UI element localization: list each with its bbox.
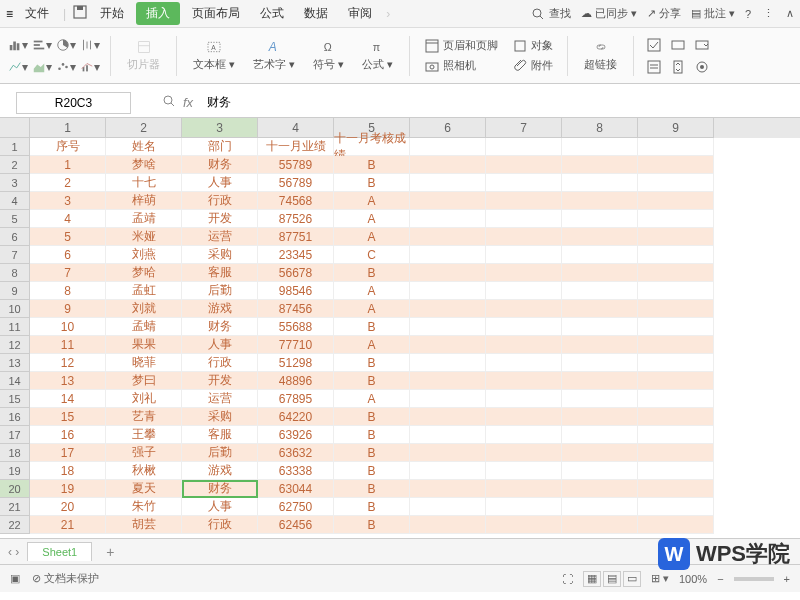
stock-chart-icon[interactable]: ▾ bbox=[80, 35, 100, 55]
cell[interactable]: 财务 bbox=[182, 480, 258, 498]
cell[interactable]: 游戏 bbox=[182, 300, 258, 318]
cell[interactable] bbox=[562, 282, 638, 300]
cell[interactable]: 十一月考核成绩 bbox=[334, 138, 410, 156]
cell[interactable] bbox=[410, 390, 486, 408]
cell[interactable]: 6 bbox=[30, 246, 106, 264]
tab-layout[interactable]: 页面布局 bbox=[184, 3, 248, 24]
cell[interactable]: 63632 bbox=[258, 444, 334, 462]
cell[interactable] bbox=[638, 444, 714, 462]
cell[interactable]: 63926 bbox=[258, 426, 334, 444]
cell[interactable]: 行政 bbox=[182, 354, 258, 372]
cell[interactable]: 63338 bbox=[258, 462, 334, 480]
formula-bar[interactable]: 财务 bbox=[199, 92, 239, 114]
cell[interactable] bbox=[486, 498, 562, 516]
cell[interactable]: 果果 bbox=[106, 336, 182, 354]
cell[interactable] bbox=[486, 390, 562, 408]
row-header[interactable]: 4 bbox=[0, 192, 30, 210]
cell[interactable]: 孟蜻 bbox=[106, 318, 182, 336]
cell[interactable] bbox=[410, 480, 486, 498]
cell[interactable]: 部门 bbox=[182, 138, 258, 156]
view-mode-buttons[interactable]: ▦ ▤ ▭ bbox=[583, 571, 641, 587]
column-header[interactable]: 7 bbox=[486, 118, 562, 138]
row-header[interactable]: 11 bbox=[0, 318, 30, 336]
tab-data[interactable]: 数据 bbox=[296, 3, 336, 24]
text-control-icon[interactable] bbox=[668, 35, 688, 55]
cell[interactable] bbox=[562, 444, 638, 462]
cell[interactable]: C bbox=[334, 246, 410, 264]
row-header[interactable]: 13 bbox=[0, 354, 30, 372]
zoom-in-button[interactable]: + bbox=[784, 573, 790, 585]
cell[interactable] bbox=[638, 390, 714, 408]
page-view-icon[interactable]: ▤ bbox=[603, 571, 621, 587]
cell[interactable] bbox=[410, 192, 486, 210]
row-header[interactable]: 6 bbox=[0, 228, 30, 246]
cell[interactable]: 63044 bbox=[258, 480, 334, 498]
cell[interactable]: 强子 bbox=[106, 444, 182, 462]
collapse-icon[interactable]: ∧ bbox=[786, 7, 794, 20]
cell[interactable] bbox=[486, 480, 562, 498]
cell[interactable] bbox=[638, 516, 714, 534]
cell[interactable] bbox=[562, 228, 638, 246]
cell[interactable] bbox=[410, 444, 486, 462]
fx-icon[interactable]: fx bbox=[183, 95, 193, 110]
cell[interactable] bbox=[562, 462, 638, 480]
row-header[interactable]: 17 bbox=[0, 426, 30, 444]
cell[interactable]: 12 bbox=[30, 354, 106, 372]
cell[interactable]: 55789 bbox=[258, 156, 334, 174]
tab-start[interactable]: 开始 bbox=[92, 3, 132, 24]
cell[interactable]: 13 bbox=[30, 372, 106, 390]
cell[interactable] bbox=[486, 264, 562, 282]
cell[interactable] bbox=[410, 156, 486, 174]
cell[interactable]: A bbox=[334, 300, 410, 318]
cell[interactable]: 18 bbox=[30, 462, 106, 480]
cell[interactable]: 4 bbox=[30, 210, 106, 228]
cell[interactable]: 11 bbox=[30, 336, 106, 354]
header-footer-button[interactable]: 页眉和页脚 bbox=[420, 37, 502, 55]
cell[interactable] bbox=[562, 408, 638, 426]
cell[interactable] bbox=[486, 228, 562, 246]
cell[interactable]: 十一月业绩 bbox=[258, 138, 334, 156]
cell[interactable] bbox=[410, 282, 486, 300]
cell[interactable]: 采购 bbox=[182, 408, 258, 426]
cell[interactable]: 67895 bbox=[258, 390, 334, 408]
cell[interactable] bbox=[410, 462, 486, 480]
cell[interactable] bbox=[486, 210, 562, 228]
cell[interactable] bbox=[486, 246, 562, 264]
row-header[interactable]: 15 bbox=[0, 390, 30, 408]
cell[interactable]: 77710 bbox=[258, 336, 334, 354]
cell[interactable]: 62456 bbox=[258, 516, 334, 534]
cell[interactable]: 14 bbox=[30, 390, 106, 408]
cell[interactable] bbox=[410, 408, 486, 426]
area-chart-icon[interactable]: ▾ bbox=[32, 57, 52, 77]
cell[interactable]: A bbox=[334, 228, 410, 246]
cell[interactable]: 51298 bbox=[258, 354, 334, 372]
hyperlink-button[interactable]: 超链接 bbox=[578, 37, 623, 74]
cell[interactable]: 98546 bbox=[258, 282, 334, 300]
cell[interactable]: 孟虹 bbox=[106, 282, 182, 300]
cell[interactable]: 17 bbox=[30, 444, 106, 462]
cell[interactable]: 16 bbox=[30, 426, 106, 444]
equation-button[interactable]: π 公式 ▾ bbox=[356, 37, 399, 74]
row-header[interactable]: 10 bbox=[0, 300, 30, 318]
cell[interactable] bbox=[562, 498, 638, 516]
cell[interactable]: 74568 bbox=[258, 192, 334, 210]
cell[interactable] bbox=[638, 264, 714, 282]
column-header[interactable]: 9 bbox=[638, 118, 714, 138]
cell[interactable]: 艺青 bbox=[106, 408, 182, 426]
row-header[interactable]: 8 bbox=[0, 264, 30, 282]
cell[interactable]: 人事 bbox=[182, 174, 258, 192]
cell[interactable]: 运营 bbox=[182, 228, 258, 246]
cell[interactable] bbox=[638, 318, 714, 336]
cell[interactable]: 梦哈 bbox=[106, 264, 182, 282]
cell[interactable] bbox=[562, 264, 638, 282]
cell[interactable]: B bbox=[334, 444, 410, 462]
cell[interactable]: B bbox=[334, 480, 410, 498]
search-button[interactable]: 查找 bbox=[530, 6, 571, 22]
cell[interactable]: 秋楸 bbox=[106, 462, 182, 480]
cell[interactable] bbox=[410, 264, 486, 282]
cell[interactable] bbox=[410, 300, 486, 318]
combo-chart-icon[interactable]: ▾ bbox=[80, 57, 100, 77]
row-header[interactable]: 22 bbox=[0, 516, 30, 534]
cell[interactable] bbox=[486, 156, 562, 174]
zoom-slider[interactable] bbox=[734, 577, 774, 581]
